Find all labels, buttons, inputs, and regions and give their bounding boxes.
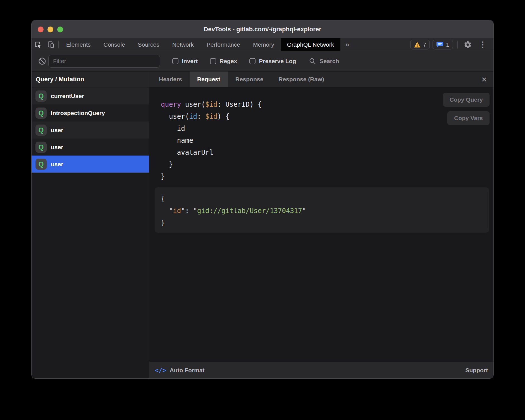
tab-performance[interactable]: Performance [200,38,247,51]
list-item-label: currentUser [51,93,84,99]
graphql-network-panel: Query / Mutation Q currentUser Q Introsp… [32,71,493,378]
code-quote: " [181,207,185,215]
request-content: query user($id: UserID) { user(id: $id) … [149,87,493,362]
query-type-badge: Q [35,159,47,170]
regex-checkbox[interactable] [210,58,216,64]
minimize-window-button[interactable] [47,27,53,32]
code-keyword: query [161,101,181,108]
device-toolbar-icon [47,41,55,49]
window-title: DevTools - gitlab.com/-/graphql-explorer [204,26,321,33]
list-item-currentuser[interactable]: Q currentUser [32,87,149,104]
issues-warning-badge[interactable]: 7 [410,40,430,49]
list-item-user-1[interactable]: Q user [32,121,149,139]
inspect-element-button[interactable] [32,38,44,51]
filter-bar: Invert Regex Preserve Log Search [32,51,493,71]
detail-tabs: Headers Request Response Response (Raw) … [149,71,493,87]
code-text: : UserID) { [217,101,262,108]
list-item-introspectionquery[interactable]: Q IntrospectionQuery [32,104,149,121]
query-mutation-header: Query / Mutation [32,71,149,87]
code-text: ) { [217,113,229,120]
code-field: id [161,125,185,132]
toolbar-right-controls: 7 1 ⋮ [410,38,493,51]
devtools-window: DevTools - gitlab.com/-/graphql-explorer [31,20,494,379]
query-type-badge: Q [35,142,47,153]
invert-checkbox[interactable] [172,58,178,64]
list-item-label: user [51,161,63,168]
copy-vars-button[interactable]: Copy Vars [447,111,490,125]
tab-console[interactable]: Console [97,38,132,51]
tab-sources[interactable]: Sources [132,38,166,51]
tab-graphql-network[interactable]: GraphQL Network [281,38,340,51]
query-list-sidebar: Query / Mutation Q currentUser Q Introsp… [32,71,149,378]
code-variable: $id [205,113,217,120]
filter-input[interactable] [48,55,160,68]
devtools-panel-tabs: Elements Console Sources Network Perform… [60,38,340,51]
query-variables-json: { "id": "gid://gitlab/User/13704317" } [161,193,306,229]
tab-response[interactable]: Response [228,71,271,87]
code-quote: " [169,207,173,215]
toolbar-separator [58,41,59,48]
code-text: user( [161,113,189,120]
code-field: name [161,137,193,144]
close-window-button[interactable] [38,27,44,32]
tab-network[interactable]: Network [166,38,200,51]
settings-button[interactable] [462,40,473,49]
regex-label: Regex [219,58,237,65]
message-count: 1 [446,41,449,48]
list-item-user-2[interactable]: Q user [32,139,149,156]
close-detail-button[interactable]: × [475,71,493,87]
query-type-badge: Q [35,90,47,102]
query-variables-box: { "id": "gid://gitlab/User/13704317" } [155,187,489,233]
tab-request[interactable]: Request [190,71,228,87]
graphql-query-code: query user($id: UserID) { user(id: $id) … [161,99,262,183]
preserve-log-checkbox-group: Preserve Log [249,58,296,65]
messages-badge[interactable]: 1 [433,40,453,49]
search-control[interactable]: Search [309,58,339,65]
regex-checkbox-group: Regex [210,58,237,65]
list-item-label: user [51,144,63,151]
query-type-badge: Q [35,108,47,119]
auto-format-button[interactable]: Auto Format [170,367,205,374]
code-argument: id [189,113,197,120]
code-text: } [161,219,165,227]
code-quote: " [302,207,306,215]
tab-response-raw[interactable]: Response (Raw) [271,71,331,87]
devtools-toolbar: Elements Console Sources Network Perform… [32,38,493,51]
title-bar: DevTools - gitlab.com/-/graphql-explorer [32,20,493,38]
tab-headers[interactable]: Headers [151,71,190,87]
block-icon [38,57,46,65]
warning-count: 7 [423,41,426,48]
panel-footer: </> Auto Format Support [149,362,493,378]
gear-icon [464,40,472,49]
warning-icon [414,42,421,48]
device-toolbar-button[interactable] [44,38,57,51]
code-variable: $id [205,101,217,108]
more-tabs-button[interactable]: » [340,38,354,51]
list-item-user-3-selected[interactable]: Q user [32,156,149,173]
invert-label: Invert [182,58,198,65]
support-link[interactable]: Support [466,367,488,374]
kebab-menu-button[interactable]: ⋮ [476,40,490,49]
list-item-label: user [51,127,63,133]
code-text: : [197,113,205,120]
invert-checkbox-group: Invert [172,58,198,65]
search-label: Search [319,58,339,65]
detail-pane: Headers Request Response Response (Raw) … [149,71,493,378]
preserve-log-checkbox[interactable] [249,58,256,64]
traffic-lights [38,20,63,38]
message-bubble-icon [436,41,443,48]
tab-memory[interactable]: Memory [247,38,281,51]
inspect-cursor-icon [34,41,42,49]
code-text: { [161,195,165,203]
zoom-window-button[interactable] [57,27,63,32]
clear-log-button[interactable] [36,57,48,65]
search-icon [309,58,316,65]
code-quote: " [193,207,197,215]
code-text: } [161,161,173,168]
tab-elements[interactable]: Elements [60,38,97,51]
query-type-badge: Q [35,125,47,136]
code-text: user( [181,101,205,108]
copy-query-button[interactable]: Copy Query [443,93,490,107]
list-item-label: IntrospectionQuery [51,110,105,116]
json-string-value: gid://gitlab/User/13704317 [197,207,302,215]
